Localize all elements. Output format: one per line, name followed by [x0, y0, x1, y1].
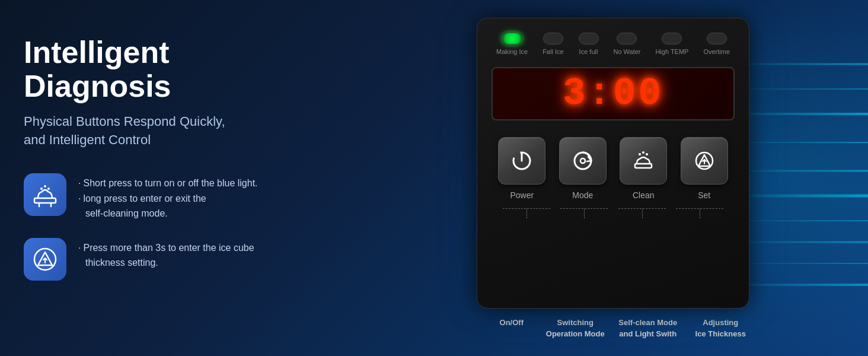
mode-button-label: Mode [572, 190, 593, 200]
annotation-self-clean: Self-clean Modeand Light Swith [615, 317, 681, 339]
indicator-label-no-water: No Water [613, 48, 640, 55]
set-button-label: Set [698, 190, 710, 200]
power-button-group: Power [498, 137, 545, 200]
annotation-ice-thickness: AdjustingIce Thickness [691, 317, 750, 339]
svg-point-15 [646, 153, 648, 155]
indicator-label-making-ice: Making Ice [496, 48, 528, 55]
svg-point-13 [639, 153, 641, 155]
svg-point-1 [40, 187, 43, 190]
set-icon [24, 238, 66, 281]
svg-point-11 [580, 158, 585, 163]
water-drop-icon [24, 173, 66, 216]
indicator-dot-making-ice [502, 33, 522, 44]
indicator-overtime: Overtime [703, 33, 730, 55]
set-button[interactable] [681, 137, 728, 185]
dashed-line-clean [618, 208, 666, 209]
power-button[interactable] [498, 137, 545, 185]
indicator-fall-ice: Fall Ice [542, 33, 563, 55]
indicator-dot-no-water [617, 33, 637, 44]
annotation-labels-row: On/Off SwitchingOperation Mode Self-clea… [477, 317, 761, 339]
set-button-group: Set [681, 137, 728, 200]
clean-button[interactable] [620, 137, 667, 185]
dashed-line-power [503, 208, 550, 209]
time-display-value: 3:00 [563, 72, 663, 115]
page-title: Intelligent Diagnosis [24, 36, 320, 103]
dashed-line-set [676, 208, 723, 209]
svg-rect-12 [635, 164, 652, 168]
indicator-no-water: No Water [613, 33, 640, 55]
feature-item-1: ·Short press to turn on or off the blue … [24, 173, 320, 221]
feature-item-2: ·Press more than 3s to enter the ice cub… [24, 238, 320, 281]
time-display-screen: 3:00 [492, 67, 735, 120]
mode-button[interactable] [559, 137, 607, 185]
svg-point-3 [47, 187, 50, 190]
clean-button-group: Clean [620, 137, 667, 200]
left-panel: Intelligent Diagnosis Physical Buttons R… [24, 36, 320, 297]
dashed-vert-mode [584, 209, 585, 218]
indicator-ice-full: Ice full [579, 33, 599, 55]
page-subtitle: Physical Buttons Respond Quickly, and In… [24, 113, 320, 150]
indicator-dot-fall-ice [543, 33, 563, 44]
svg-rect-0 [34, 198, 56, 203]
indicator-dot-overtime [707, 33, 727, 44]
dashed-vert-set [700, 209, 700, 218]
indicator-dot-high-temp [662, 33, 682, 44]
indicator-label-overtime: Overtime [703, 48, 730, 55]
svg-point-2 [44, 185, 46, 187]
dashed-vert-power [526, 209, 527, 218]
dashed-vert-clean [642, 209, 643, 218]
indicator-label-high-temp: High TEMP [655, 48, 688, 55]
indicator-making-ice: Making Ice [496, 33, 528, 55]
panel-wrapper: Making Ice Fall Ice Ice full No Water Hi… [477, 18, 761, 326]
svg-point-14 [642, 151, 644, 154]
dashed-lines-row [492, 208, 735, 209]
indicator-high-temp: High TEMP [655, 33, 688, 55]
feature-text-2: ·Press more than 3s to enter the ice cub… [78, 238, 254, 271]
control-buttons-row: Power Mode [492, 137, 735, 200]
annotation-operation-mode: SwitchingOperation Mode [545, 317, 605, 339]
clean-button-label: Clean [633, 190, 655, 200]
annotation-on-off: On/Off [488, 317, 535, 339]
indicator-label-fall-ice: Fall Ice [542, 48, 563, 55]
feature-text-1: ·Short press to turn on or off the blue … [78, 173, 258, 221]
mode-button-group: Mode [559, 137, 607, 200]
control-panel: Making Ice Fall Ice Ice full No Water Hi… [477, 18, 749, 309]
status-indicator-row: Making Ice Fall Ice Ice full No Water Hi… [492, 33, 735, 55]
dashed-line-mode [560, 208, 608, 209]
indicator-label-ice-full: Ice full [579, 48, 598, 55]
indicator-dot-ice-full [579, 33, 599, 44]
power-button-label: Power [510, 190, 534, 200]
